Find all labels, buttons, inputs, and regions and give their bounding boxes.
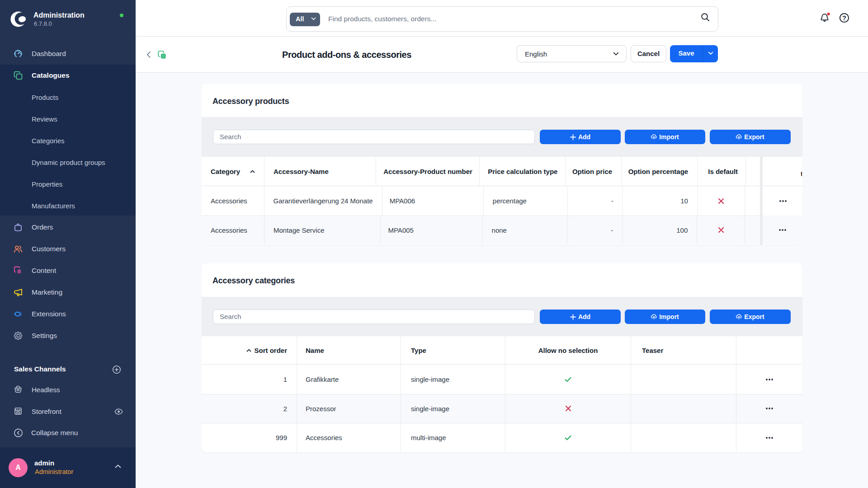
svg-text:?: ? <box>842 14 846 22</box>
